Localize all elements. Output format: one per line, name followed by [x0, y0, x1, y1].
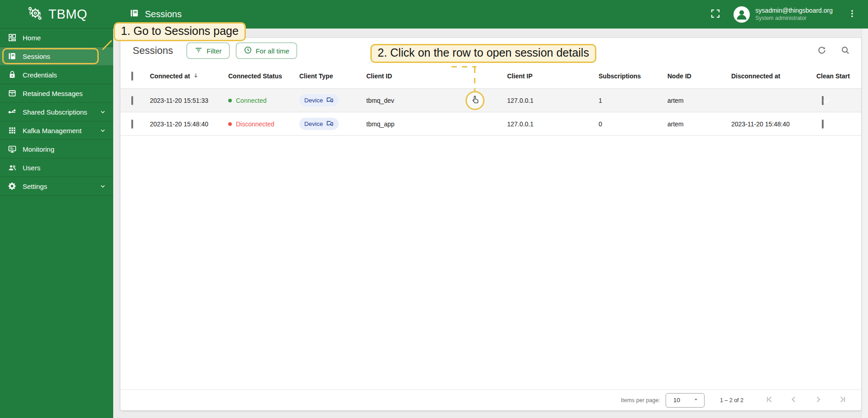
table-header-row: Connected at Connected Status Client Typ… [120, 63, 861, 89]
chevron-down-icon [99, 182, 107, 190]
user-info[interactable]: sysadmin@thingsboard.org System administ… [755, 7, 833, 22]
devices-icon [326, 96, 334, 105]
first-page-icon [764, 394, 774, 406]
select-caret-icon [692, 396, 700, 404]
sort-desc-icon [192, 72, 199, 80]
user-role: System administrator [755, 15, 833, 22]
clean-start-checkbox [822, 120, 824, 129]
filter-icon [194, 46, 203, 56]
first-page-button[interactable] [763, 394, 775, 407]
annotation-dashed-connector [474, 67, 475, 92]
search-button[interactable] [838, 43, 853, 59]
cell-node-id: artem [667, 97, 731, 104]
cell-client-id: tbmq_app [366, 120, 507, 128]
column-header-label: Connected at [150, 72, 190, 80]
filter-button[interactable]: Filter [187, 43, 229, 59]
previous-page-button[interactable] [788, 394, 800, 407]
user-email: sysadmin@thingsboard.org [755, 7, 833, 15]
column-header-node-id[interactable]: Node ID [667, 72, 731, 80]
brand-name: TBMQ [48, 7, 87, 22]
column-header-disconnected-at[interactable]: Disconnected at [731, 72, 816, 80]
chevron-down-icon [99, 108, 107, 116]
sidebar-item-credentials[interactable]: Credentials [0, 66, 113, 84]
sidebar-item-settings[interactable]: Settings [0, 177, 113, 196]
gear-icon [8, 182, 17, 191]
items-per-page-select[interactable]: 10 [666, 393, 705, 408]
sidebar-item-label: Settings [23, 183, 93, 190]
page-range: 1 – 2 of 2 [720, 397, 743, 404]
table-row[interactable]: 2023-11-20 15:51:33 Connected Device tbm… [120, 89, 861, 112]
refresh-button[interactable] [814, 43, 830, 59]
card-title: Sessions [133, 45, 173, 57]
hand-cursor-icon [470, 95, 480, 107]
search-icon [840, 45, 850, 57]
sidebar-item-monitoring[interactable]: Monitoring [0, 140, 113, 159]
annotation-step2: 2. Click on the row to open session deta… [370, 44, 596, 63]
client-type-chip: Device [299, 94, 339, 106]
status-dot-icon [228, 99, 232, 102]
archive-icon [8, 89, 17, 98]
sidebar-item-label: Kafka Management [23, 127, 93, 135]
monitor-icon [8, 144, 17, 154]
people-icon [8, 163, 17, 172]
column-header-connected-at[interactable]: Connected at [150, 72, 228, 80]
column-header-subscriptions[interactable]: Subscriptions [599, 72, 667, 80]
row-checkbox[interactable] [131, 96, 133, 105]
next-page-button[interactable] [812, 394, 824, 407]
fullscreen-button[interactable] [707, 5, 724, 23]
dashboard-icon [8, 33, 17, 42]
last-page-button[interactable] [837, 394, 849, 407]
sidebar-item-kafka-management[interactable]: Kafka Management [0, 121, 113, 140]
cell-connected-at: 2023-11-20 15:51:33 [150, 97, 228, 104]
annotation-dashed-connector [451, 66, 476, 67]
select-all-checkbox[interactable] [131, 72, 133, 81]
cell-subscriptions: 1 [599, 97, 667, 104]
cell-node-id: artem [667, 120, 731, 128]
cell-connected-status: Connected [228, 97, 299, 104]
column-header-client-ip[interactable]: Client IP [507, 72, 599, 80]
sidebar-item-retained-messages[interactable]: Retained Messages [0, 84, 113, 103]
page-title: Sessions [145, 9, 182, 19]
sidebar-item-sessions[interactable]: Sessions [0, 47, 113, 66]
fullscreen-icon [710, 8, 721, 20]
column-header-client-id[interactable]: Client ID [366, 72, 507, 80]
table-paginator: Items per page: 10 1 – 2 of 2 [120, 389, 861, 410]
cell-client-ip: 127.0.0.1 [507, 120, 599, 128]
devices-icon [326, 120, 334, 129]
sidebar-item-users[interactable]: Users [0, 159, 113, 177]
chevron-left-icon [789, 394, 799, 406]
annotation-click-target [465, 91, 484, 110]
clean-start-checkbox [822, 96, 824, 105]
sidebar-item-home[interactable]: Home [0, 29, 113, 47]
cell-disconnected-at: 2023-11-20 15:48:40 [731, 120, 816, 128]
sidebar-item-label: Users [23, 164, 107, 172]
apps-grid-icon [8, 126, 17, 135]
brand-logo[interactable]: TBMQ [0, 0, 113, 29]
refresh-icon [817, 45, 827, 57]
page-scrollbar[interactable] [862, 29, 868, 418]
items-per-page-value: 10 [673, 397, 680, 404]
row-checkbox[interactable] [131, 120, 133, 129]
timewindow-button[interactable]: For all time [236, 43, 297, 59]
avatar[interactable] [734, 6, 750, 23]
sidebar-item-shared-subscriptions[interactable]: Shared Subscriptions [0, 103, 113, 121]
more-menu-button[interactable] [844, 6, 860, 23]
chevron-down-icon [99, 126, 107, 135]
sidebar: TBMQ Home Sessions Cred [0, 0, 113, 418]
cell-subscriptions: 0 [599, 120, 667, 128]
column-header-clean-start[interactable]: Clean Start [816, 72, 861, 80]
column-header-connected-status[interactable]: Connected Status [228, 72, 299, 80]
annotation-step1: 1. Go to Sessions page [114, 22, 246, 41]
column-header-client-type[interactable]: Client Type [299, 72, 366, 80]
cell-client-id: tbmq_dev [366, 97, 507, 104]
table-row[interactable]: 2023-11-20 15:48:40 Disconnected Device … [120, 112, 861, 136]
lock-icon [8, 70, 17, 79]
filter-button-label: Filter [206, 47, 221, 55]
timewindow-button-label: For all time [256, 47, 289, 55]
chevron-right-icon [813, 394, 823, 406]
sidebar-item-label: Home [23, 34, 107, 42]
sidebar-item-label: Sessions [23, 53, 107, 60]
clock-icon [244, 46, 252, 56]
last-page-icon [838, 394, 848, 406]
sidebar-item-label: Credentials [23, 71, 107, 79]
